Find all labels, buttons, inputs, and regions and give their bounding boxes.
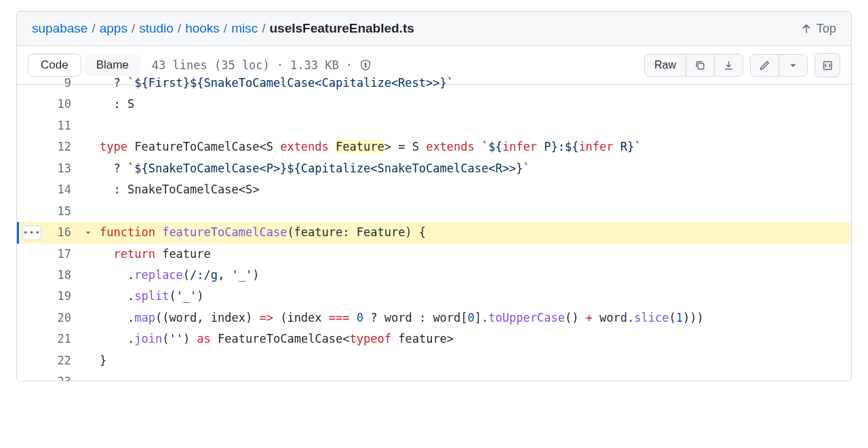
line-number[interactable]: 23 xyxy=(47,371,81,381)
dot-sep: · xyxy=(277,58,283,72)
breadcrumb: supabase / apps / studio / hooks / misc … xyxy=(32,21,414,36)
gutter-actions xyxy=(17,179,47,200)
code-row: 17 return feature xyxy=(17,244,851,265)
arrow-up-icon xyxy=(800,22,812,35)
top-link[interactable]: Top xyxy=(800,22,836,36)
line-number[interactable]: 16 xyxy=(47,222,81,243)
code-row: 12type FeatureToCamelCase<S extends Feat… xyxy=(17,136,851,157)
gutter-actions xyxy=(17,244,47,265)
code-content[interactable]: : S xyxy=(96,94,851,115)
breadcrumb-link[interactable]: misc xyxy=(231,21,258,36)
gutter-actions xyxy=(17,158,47,179)
fold-gutter xyxy=(81,201,96,222)
code-content[interactable]: ? `${SnakeToCamelCase<P>}${Capitalize<Sn… xyxy=(96,158,851,179)
code-content[interactable]: function featureToCamelCase(feature: Fea… xyxy=(96,222,851,243)
caret-down-icon xyxy=(787,60,799,71)
breadcrumb-sep: / xyxy=(178,21,181,36)
code-row: 13 ? `${SnakeToCamelCase<P>}${Capitalize… xyxy=(17,158,851,179)
line-number[interactable]: 11 xyxy=(47,115,81,136)
top-link-label: Top xyxy=(816,22,836,36)
code-content[interactable]: .split('_') xyxy=(96,286,851,307)
code-content[interactable]: : SnakeToCamelCase<S> xyxy=(96,179,851,200)
gutter-actions xyxy=(17,371,47,381)
line-number[interactable]: 14 xyxy=(47,179,81,200)
fold-gutter xyxy=(81,136,96,157)
fold-gutter xyxy=(81,307,96,329)
gutter-actions xyxy=(17,329,47,350)
gutter-actions xyxy=(17,265,47,286)
fold-gutter xyxy=(81,73,96,94)
svg-rect-2 xyxy=(698,63,704,69)
line-number[interactable]: 12 xyxy=(47,136,81,157)
breadcrumb-link[interactable]: studio xyxy=(139,21,174,36)
line-number[interactable]: 15 xyxy=(47,201,81,222)
line-menu-button[interactable] xyxy=(22,225,41,240)
gutter-actions xyxy=(17,307,47,329)
file-frame: supabase / apps / studio / hooks / misc … xyxy=(16,11,852,381)
fold-gutter xyxy=(81,350,96,371)
fold-gutter[interactable] xyxy=(81,222,96,243)
file-info: 43 lines (35 loc) · 1.33 KB · xyxy=(152,58,372,72)
svg-rect-1 xyxy=(365,65,366,67)
code-content[interactable]: return feature xyxy=(96,244,851,265)
code-row: 9 ? `${First}${SnakeToCamelCase<Capitali… xyxy=(17,73,851,94)
code-row: 20 .map((word, index) => (index === 0 ? … xyxy=(17,307,851,329)
code-row: 23 xyxy=(17,371,851,381)
dot-sep: · xyxy=(346,58,353,72)
code-content[interactable] xyxy=(96,115,851,136)
line-number[interactable]: 10 xyxy=(47,94,81,115)
svg-point-0 xyxy=(365,63,366,64)
line-number[interactable]: 19 xyxy=(47,286,81,307)
gutter-actions xyxy=(17,73,47,94)
pencil-icon xyxy=(759,60,770,71)
code-content[interactable]: } xyxy=(96,350,851,371)
code-content[interactable]: .map((word, index) => (index === 0 ? wor… xyxy=(96,307,851,329)
file-size: 1.33 KB xyxy=(290,58,339,72)
code-row: 10 : S xyxy=(17,94,851,115)
code-area[interactable]: 9 ? `${First}${SnakeToCamelCase<Capitali… xyxy=(17,73,851,381)
code-row: 11 xyxy=(17,115,851,136)
gutter-actions xyxy=(17,350,47,371)
line-number[interactable]: 13 xyxy=(47,158,81,179)
gutter-actions xyxy=(17,115,47,136)
fold-gutter xyxy=(81,115,96,136)
breadcrumb-sep: / xyxy=(262,21,265,36)
code-content[interactable]: type FeatureToCamelCase<S extends Featur… xyxy=(96,136,851,157)
gutter-actions xyxy=(17,94,47,115)
code-content[interactable]: .join('') as FeatureToCamelCase<typeof f… xyxy=(96,329,851,350)
line-number[interactable]: 18 xyxy=(47,265,81,286)
breadcrumb-current: useIsFeatureEnabled.ts xyxy=(269,21,414,36)
breadcrumb-link[interactable]: hooks xyxy=(185,21,220,36)
code-row: 16function featureToCamelCase(feature: F… xyxy=(17,222,851,243)
code-content[interactable]: ? `${First}${SnakeToCamelCase<Capitalize… xyxy=(96,73,851,94)
fold-gutter xyxy=(81,329,96,350)
breadcrumb-link[interactable]: supabase xyxy=(32,21,87,36)
code-content[interactable] xyxy=(96,201,851,222)
download-icon xyxy=(723,60,734,71)
code-row: 22} xyxy=(17,350,851,371)
line-number[interactable]: 20 xyxy=(47,307,81,329)
breadcrumb-sep: / xyxy=(224,21,227,36)
breadcrumb-bar: supabase / apps / studio / hooks / misc … xyxy=(17,12,851,46)
breadcrumb-sep: / xyxy=(92,21,95,36)
code-row: 19 .split('_') xyxy=(17,286,851,307)
fold-gutter xyxy=(81,244,96,265)
shield-icon[interactable] xyxy=(359,59,372,71)
code-row: 21 .join('') as FeatureToCamelCase<typeo… xyxy=(17,329,851,350)
copy-icon xyxy=(694,60,706,71)
gutter-actions xyxy=(17,136,47,157)
fold-gutter xyxy=(81,265,96,286)
code-row: 14 : SnakeToCamelCase<S> xyxy=(17,179,851,200)
line-number[interactable]: 17 xyxy=(47,244,81,265)
line-number[interactable]: 9 xyxy=(47,73,81,94)
file-lines: 43 lines (35 loc) xyxy=(152,58,270,72)
code-content[interactable] xyxy=(96,371,851,381)
code-content[interactable]: .replace(/:/g, '_') xyxy=(96,265,851,286)
highlight-bar xyxy=(17,222,19,243)
code-row: 18 .replace(/:/g, '_') xyxy=(17,265,851,286)
breadcrumb-link[interactable]: apps xyxy=(100,21,127,36)
line-number[interactable]: 21 xyxy=(47,329,81,350)
fold-gutter xyxy=(81,94,96,115)
code-row: 15 xyxy=(17,201,851,222)
line-number[interactable]: 22 xyxy=(47,350,81,371)
